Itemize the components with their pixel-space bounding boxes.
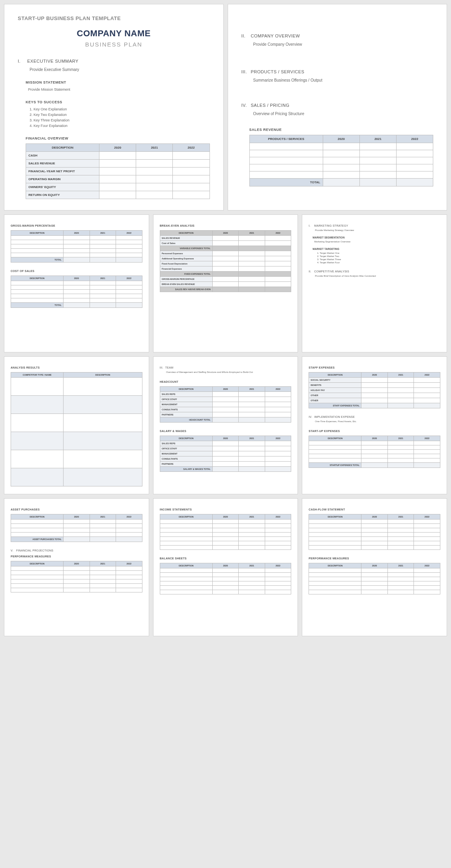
cash-flow-heading: CASH-FLOW STATEMENT bbox=[309, 508, 440, 511]
list-item: Target Market Three bbox=[320, 258, 440, 261]
list-item: Key One Explanation bbox=[34, 107, 210, 111]
list-item: Target Market Two bbox=[320, 255, 440, 257]
income-statements-heading: INCOME STATEMENTS bbox=[160, 508, 292, 511]
marketing-body: Provide Marketing Strategy Overview bbox=[315, 229, 440, 231]
page-3: GROSS-MARGIN PERCENTAGE DESCRIPTION20202… bbox=[4, 214, 149, 352]
headcount-table: DESCRIPTION202020212022 SALES REPS OFFIC… bbox=[160, 386, 292, 423]
sales-revenue-table: PRODUCTS / SERVICES202020212022 TOTAL bbox=[249, 135, 434, 186]
page-5: I.MARKETING STRATEGY Provide Marketing S… bbox=[302, 214, 447, 352]
competitive-body: Provide Brief Description of How Analysi… bbox=[315, 275, 440, 277]
salary-wages-table: DESCRIPTION202020212022 SALES REPS OFFIC… bbox=[160, 436, 292, 472]
exec-summary-body: Provide Executive Summary bbox=[30, 67, 210, 72]
analysis-results-heading: ANALYSIS RESULTS bbox=[11, 366, 142, 369]
section-exec-summary: I.EXECUTIVE SUMMARY bbox=[18, 59, 210, 63]
page-11: CASH-FLOW STATEMENT DESCRIPTION202020212… bbox=[302, 498, 447, 636]
salary-wages-heading: SALARY & WAGES bbox=[160, 430, 292, 432]
break-even-table: DESCRIPTION202020212022 SALES REVENUE Co… bbox=[160, 230, 292, 292]
team-body: Overview of Management and Staffing Stru… bbox=[166, 371, 292, 373]
section-financial-projections: V.FINANCIAL PROJECTIONS bbox=[11, 549, 142, 552]
mission-body: Provide Mission Statement bbox=[28, 88, 210, 91]
analysis-results-table: COMPETITOR TYPE / NAMEDESCRIPTION bbox=[11, 372, 142, 486]
staff-expenses-heading: STAFF EXPENSES bbox=[309, 366, 440, 369]
financial-overview-heading: FINANCIAL OVERVIEW bbox=[26, 136, 210, 140]
headcount-heading: HEADCOUNT bbox=[160, 380, 292, 383]
perf-measures-2-table: DESCRIPTION202020212022 bbox=[309, 563, 440, 594]
balance-sheets-heading: BALANCE SHEETS bbox=[160, 557, 292, 560]
staff-expenses-table: DESCRIPTION202020212022 SOCIAL SECURITY … bbox=[309, 372, 440, 408]
company-overview-body: Provide Company Overview bbox=[253, 42, 434, 47]
section-competitive-analysis: II.COMPETITIVE ANALYSIS bbox=[309, 270, 440, 273]
products-body: Summarize Business Offerings / Output bbox=[253, 78, 434, 82]
balance-sheets-table: DESCRIPTION202020212022 bbox=[160, 563, 292, 594]
page-4: BREAK-EVEN ANALYSIS DESCRIPTION202020212… bbox=[153, 214, 298, 352]
mission-heading: MISSION STATEMENT bbox=[26, 80, 210, 84]
page-2: II.COMPANY OVERVIEW Provide Company Over… bbox=[228, 4, 447, 210]
section-company-overview: II.COMPANY OVERVIEW bbox=[241, 34, 434, 38]
keys-list: Key One Explanation Key Two Explanation … bbox=[28, 107, 210, 128]
financial-overview-table: DESCRIPTION202020212022 CASH SALES REVEN… bbox=[26, 143, 210, 199]
implementation-body: One-Time Expenses, Fixed Assets, Etc. bbox=[315, 420, 440, 423]
company-name: COMPANY NAME bbox=[18, 28, 210, 39]
list-item: Target Market One bbox=[320, 252, 440, 254]
targeting-list: Target Market One Target Market Two Targ… bbox=[316, 252, 440, 264]
section-implementation-expense: IV.IMPLEMENTATION EXPENSE bbox=[309, 415, 440, 418]
template-label: START-UP BUSINESS PLAN TEMPLATE bbox=[18, 15, 210, 21]
keys-heading: KEYS TO SUCCESS bbox=[26, 100, 210, 104]
targeting-heading: MARKET TARGETING bbox=[313, 248, 440, 250]
startup-expenses-heading: START-UP EXPENSES bbox=[309, 430, 440, 432]
segmentation-body: Marketing Segmentation Overview bbox=[314, 240, 440, 243]
cost-of-sales-heading: COST OF SALES bbox=[11, 270, 142, 272]
page-8: STAFF EXPENSES DESCRIPTION202020212022 S… bbox=[302, 356, 447, 494]
cost-of-sales-table: DESCRIPTION202020212022 TOTAL bbox=[11, 276, 142, 308]
page-1: START-UP BUSINESS PLAN TEMPLATE COMPANY … bbox=[4, 4, 224, 210]
page-6: ANALYSIS RESULTS COMPETITOR TYPE / NAMED… bbox=[4, 356, 149, 494]
break-even-heading: BREAK-EVEN ANALYSIS bbox=[160, 224, 292, 227]
list-item: Key Two Explanation bbox=[34, 113, 210, 117]
list-item: Key Four Explanation bbox=[34, 124, 210, 128]
section-team: III.TEAM bbox=[160, 366, 292, 369]
performance-measures-table: DESCRIPTION202020212022 bbox=[11, 561, 142, 592]
subtitle: BUSINESS PLAN bbox=[18, 41, 210, 48]
list-item: Target Market Four bbox=[320, 261, 440, 264]
sales-revenue-heading: SALES REVENUE bbox=[249, 128, 434, 132]
asset-purchases-heading: ASSET PURCHASES bbox=[11, 508, 142, 511]
segmentation-heading: MARKET SEGMENTATION bbox=[313, 236, 440, 239]
asset-purchases-table: DESCRIPTION202020212022 ASSET PURCHASES … bbox=[11, 514, 142, 542]
gross-margin-heading: GROSS-MARGIN PERCENTAGE bbox=[11, 224, 142, 227]
gross-margin-table: DESCRIPTION202020212022 TOTAL bbox=[11, 230, 142, 263]
perf-measures-2-heading: PERFORMANCE MEASURES bbox=[309, 557, 440, 560]
sales-pricing-body: Overview of Pricing Structure bbox=[253, 112, 434, 116]
page-9: ASSET PURCHASES DESCRIPTION202020212022 … bbox=[4, 498, 149, 636]
startup-expenses-table: DESCRIPTION202020212022 STARTUP EXPENSES… bbox=[309, 436, 440, 468]
performance-measures-heading: PERFORMANCE MEASURES bbox=[11, 555, 142, 558]
cash-flow-table: DESCRIPTION202020212022 bbox=[309, 514, 440, 550]
income-statements-table: DESCRIPTION202020212022 bbox=[160, 514, 292, 550]
list-item: Key Three Explanation bbox=[34, 118, 210, 122]
page-7: III.TEAM Overview of Management and Staf… bbox=[153, 356, 298, 494]
page-10: INCOME STATEMENTS DESCRIPTION20202021202… bbox=[153, 498, 298, 636]
section-sales-pricing: IV.SALES / PRICING bbox=[241, 103, 434, 108]
section-marketing-strategy: I.MARKETING STRATEGY bbox=[309, 224, 440, 227]
section-products: III.PRODUCTS / SERVICES bbox=[241, 69, 434, 74]
